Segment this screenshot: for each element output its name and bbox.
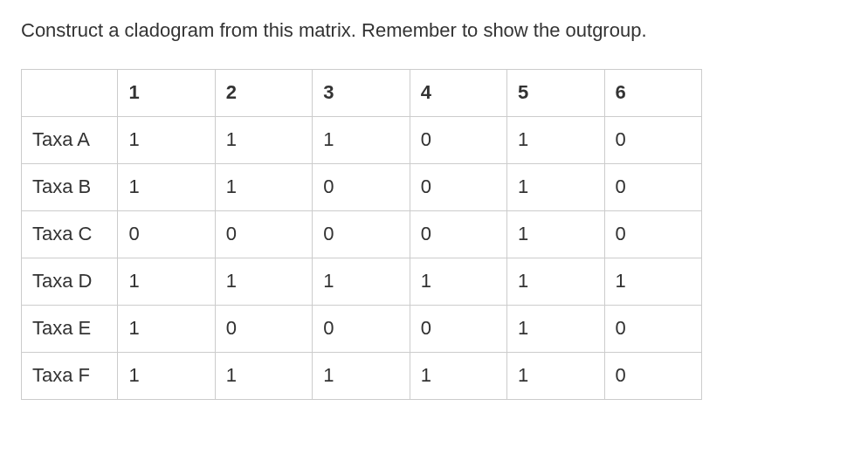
cell-value: 0 [313, 305, 410, 352]
cell-value: 0 [604, 163, 701, 210]
instruction-text: Construct a cladogram from this matrix. … [21, 17, 847, 45]
cell-value: 1 [507, 210, 604, 258]
row-label: Taxa D [22, 258, 118, 305]
cell-value: 1 [507, 305, 604, 352]
cell-value: 0 [313, 163, 410, 210]
header-col-5: 5 [507, 69, 604, 116]
cell-value: 1 [313, 352, 410, 399]
header-col-4: 4 [410, 69, 506, 116]
cell-value: 1 [313, 258, 410, 305]
cell-value: 0 [604, 305, 701, 352]
cell-value: 0 [313, 210, 410, 258]
row-label: Taxa B [22, 163, 118, 210]
cell-value: 1 [215, 258, 312, 305]
table-row: Taxa B 1 1 0 0 1 0 [22, 163, 702, 210]
cell-value: 1 [215, 116, 312, 163]
header-blank [22, 69, 118, 116]
cell-value: 1 [215, 352, 312, 399]
cell-value: 0 [604, 352, 701, 399]
header-col-2: 2 [215, 69, 312, 116]
cell-value: 1 [118, 305, 215, 352]
cell-value: 1 [215, 163, 312, 210]
table-row: Taxa C 0 0 0 0 1 0 [22, 210, 702, 258]
table-row: Taxa E 1 0 0 0 1 0 [22, 305, 702, 352]
row-label: Taxa F [22, 352, 118, 399]
cell-value: 0 [215, 305, 312, 352]
character-matrix-table: 1 2 3 4 5 6 Taxa A 1 1 1 0 1 0 Taxa B 1 … [21, 69, 702, 400]
cell-value: 1 [410, 352, 506, 399]
cell-value: 0 [215, 210, 312, 258]
header-col-3: 3 [313, 69, 410, 116]
cell-value: 1 [507, 163, 604, 210]
cell-value: 0 [118, 210, 215, 258]
cell-value: 1 [118, 258, 215, 305]
cell-value: 0 [410, 116, 506, 163]
cell-value: 1 [410, 258, 506, 305]
header-col-6: 6 [604, 69, 701, 116]
cell-value: 1 [313, 116, 410, 163]
cell-value: 0 [410, 163, 506, 210]
cell-value: 1 [118, 116, 215, 163]
cell-value: 1 [118, 352, 215, 399]
cell-value: 0 [604, 210, 701, 258]
row-label: Taxa E [22, 305, 118, 352]
cell-value: 1 [507, 352, 604, 399]
header-col-1: 1 [118, 69, 215, 116]
cell-value: 0 [410, 210, 506, 258]
cell-value: 0 [410, 305, 506, 352]
table-header-row: 1 2 3 4 5 6 [22, 69, 702, 116]
row-label: Taxa C [22, 210, 118, 258]
cell-value: 1 [507, 116, 604, 163]
row-label: Taxa A [22, 116, 118, 163]
cell-value: 1 [604, 258, 701, 305]
cell-value: 1 [507, 258, 604, 305]
cell-value: 0 [604, 116, 701, 163]
table-row: Taxa D 1 1 1 1 1 1 [22, 258, 702, 305]
table-row: Taxa F 1 1 1 1 1 0 [22, 352, 702, 399]
table-row: Taxa A 1 1 1 0 1 0 [22, 116, 702, 163]
cell-value: 1 [118, 163, 215, 210]
